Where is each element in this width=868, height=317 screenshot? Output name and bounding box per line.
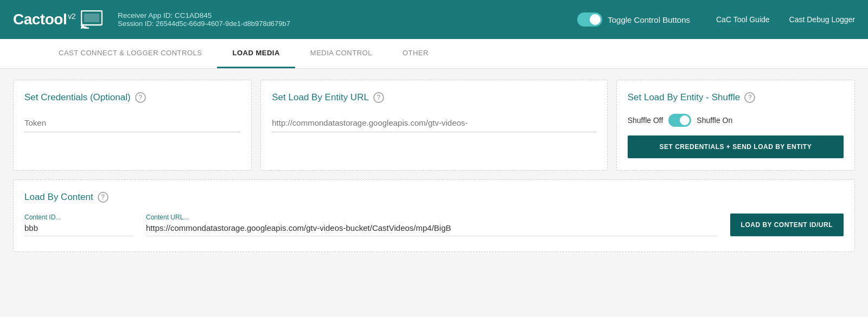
set-credentials-send-load-entity-button[interactable]: SET CREDENTIALS + SEND LOAD BY ENTITY <box>628 135 844 158</box>
content-url-value: https://commondatastorage.googleapis.com… <box>146 223 717 236</box>
tabs-navigation: CAST CONNECT & LOGGER CONTROLS LOAD MEDI… <box>0 39 868 69</box>
credentials-help-icon[interactable]: ? <box>135 92 146 103</box>
tab-other[interactable]: OTHER <box>387 39 444 68</box>
content-url-field: Content URL... https://commondatastorage… <box>146 214 717 236</box>
logo-text: Cactoolv2 <box>13 11 75 28</box>
load-by-content-title-text: Load By Content <box>24 192 93 203</box>
entity-url-panel: Set Load By Entity URL ? <box>260 80 607 171</box>
tab-media-control[interactable]: MEDIA CONTROL <box>295 39 387 68</box>
shuffle-panel: Set Load By Entity - Shuffle ? Shuffle O… <box>616 80 855 171</box>
content-url-label: Content URL... <box>146 214 717 221</box>
tab-cast-connect[interactable]: CAST CONNECT & LOGGER CONTROLS <box>43 39 217 68</box>
shuffle-on-label: Shuffle On <box>697 116 732 125</box>
svg-rect-1 <box>84 14 99 22</box>
cast-debug-logger-link[interactable]: Cast Debug Logger <box>789 15 855 24</box>
cast-icon <box>81 10 103 29</box>
load-by-content-help-icon[interactable]: ? <box>98 192 108 203</box>
top-panels-row: Set Credentials (Optional) ? Set Load By… <box>13 80 855 171</box>
entity-url-input[interactable] <box>272 114 596 132</box>
load-by-content-panel: Load By Content ? Content ID... bbb Cont… <box>13 179 855 252</box>
content-id-label: Content ID... <box>24 214 133 221</box>
toggle-control-buttons-area[interactable]: Toggle Control Buttons <box>577 12 690 27</box>
content-id-field: Content ID... bbb <box>24 214 133 236</box>
app-header: Cactoolv2 Receiver App ID: CC1AD845 Sess… <box>0 0 868 39</box>
credentials-panel-title: Set Credentials (Optional) ? <box>24 92 240 103</box>
toggle-control-label: Toggle Control Buttons <box>608 15 690 24</box>
content-id-value: bbb <box>24 223 133 236</box>
logo-version: v2 <box>68 12 75 21</box>
main-content: Set Credentials (Optional) ? Set Load By… <box>0 69 868 263</box>
shuffle-toggle-row: Shuffle Off Shuffle On <box>628 114 844 127</box>
logo-area: Cactoolv2 <box>13 10 103 29</box>
shuffle-toggle-switch[interactable] <box>668 114 691 127</box>
entity-url-help-icon[interactable]: ? <box>373 92 384 103</box>
toggle-control-switch[interactable] <box>577 12 602 27</box>
tab-load-media[interactable]: LOAD MEDIA <box>217 39 295 68</box>
shuffle-off-label: Shuffle Off <box>628 116 663 125</box>
shuffle-panel-title: Set Load By Entity - Shuffle ? <box>628 92 844 103</box>
header-links: CaC Tool Guide Cast Debug Logger <box>716 15 855 24</box>
credentials-panel: Set Credentials (Optional) ? <box>13 80 252 171</box>
load-by-content-title: Load By Content ? <box>24 192 844 203</box>
receiver-app-id: Receiver App ID: CC1AD845 <box>118 11 577 20</box>
header-info: Receiver App ID: CC1AD845 Session ID: 26… <box>118 11 577 28</box>
credentials-title-text: Set Credentials (Optional) <box>24 92 131 103</box>
logo-main-text: Cactool <box>13 11 67 28</box>
shuffle-title-text: Set Load By Entity - Shuffle <box>628 92 741 103</box>
load-by-content-button[interactable]: LOAD BY CONTENT ID/URL <box>730 214 844 236</box>
entity-url-panel-title: Set Load By Entity URL ? <box>272 92 596 103</box>
cac-tool-guide-link[interactable]: CaC Tool Guide <box>716 15 770 24</box>
entity-url-title-text: Set Load By Entity URL <box>272 92 369 103</box>
token-input[interactable] <box>24 114 240 132</box>
shuffle-help-icon[interactable]: ? <box>744 92 755 103</box>
session-id: Session ID: 26544d5c-66d9-4607-9de1-d8b9… <box>118 20 577 28</box>
load-content-row: Content ID... bbb Content URL... https:/… <box>24 214 844 236</box>
